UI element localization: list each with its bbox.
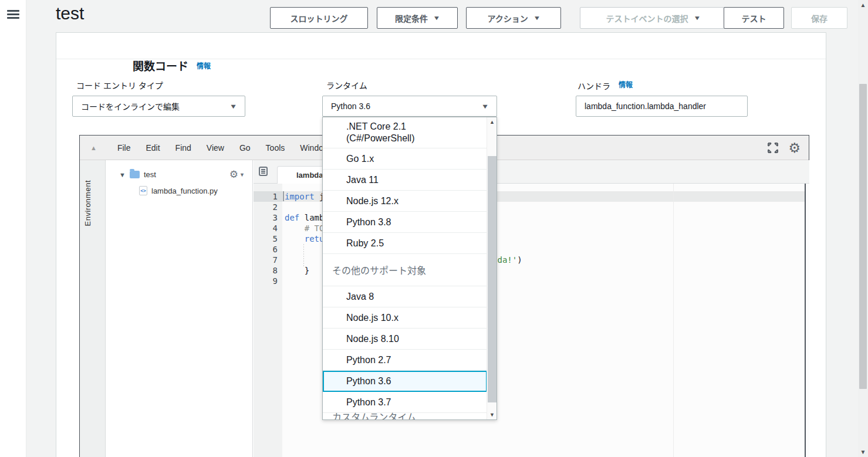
runtime-option[interactable]: Python 2.7: [323, 350, 487, 371]
save-button: 保存: [791, 7, 847, 29]
select-test-event-dropdown: テストイベントの選択▼: [580, 7, 726, 29]
editor-menu: FileEditFindViewGoToolsWindow: [110, 143, 337, 153]
chevron-down-icon: ▼: [481, 103, 489, 110]
section-title: 関数コード情報: [133, 57, 211, 73]
hamburger-menu-icon[interactable]: [7, 10, 19, 19]
throttling-button[interactable]: スロットリング: [270, 7, 368, 29]
tab-list-icon[interactable]: [258, 166, 269, 177]
page-header: test スロットリング限定条件▼アクション▼テストイベントの選択▼テスト保存: [26, 0, 858, 32]
runtime-option[interactable]: .NET Core 2.1(C#/PowerShell): [323, 117, 487, 148]
line-number: 1: [260, 191, 278, 202]
text-cursor: [283, 191, 284, 201]
runtime-group-label: その他のサポート対象: [323, 254, 487, 286]
python-file-icon: <>: [139, 186, 147, 195]
chevron-down-icon: ▼: [693, 15, 701, 21]
runtime-option[interactable]: Go 1.x: [323, 148, 487, 170]
aws-lambda-console: 関数コード情報 test スロットリング限定条件▼アクション▼テストイベントの選…: [0, 0, 868, 457]
editor-scrollbar[interactable]: [805, 184, 806, 457]
line-number: 6: [260, 244, 278, 255]
menu-file[interactable]: File: [110, 143, 139, 153]
runtime-label: ランタイム: [326, 79, 367, 91]
handler-label: ハンドラ情報: [577, 79, 633, 92]
runtime-dropdown-panel: .NET Core 2.1(C#/PowerShell)Go 1.xJava 1…: [322, 117, 497, 420]
code-line: }: [285, 265, 309, 276]
fullscreen-icon[interactable]: [767, 142, 779, 154]
collapse-menubar-icon[interactable]: ▲: [90, 144, 97, 151]
environment-rail: Environment: [80, 160, 106, 457]
page-scrollbar-thumb[interactable]: [859, 84, 867, 389]
environment-tab[interactable]: Environment: [83, 180, 92, 226]
line-number: 3: [260, 212, 278, 223]
runtime-option[interactable]: Ruby 2.5: [323, 233, 487, 254]
menu-view[interactable]: View: [199, 143, 232, 153]
menu-go[interactable]: Go: [232, 143, 258, 153]
tree-settings-gear-icon[interactable]: ⚙▼: [229, 168, 252, 181]
menu-find[interactable]: Find: [168, 143, 199, 153]
line-number: 4: [260, 223, 278, 233]
qualifiers-button[interactable]: 限定条件▼: [377, 7, 458, 29]
page-title: test: [56, 4, 84, 23]
handler-info-link[interactable]: 情報: [619, 81, 633, 89]
dropdown-scrollbar[interactable]: ▲ ▼: [487, 117, 497, 419]
print-margin-ruler: [673, 184, 674, 457]
handler-input[interactable]: lambda_function.lambda_handler: [576, 96, 748, 117]
code-entry-type-label: コード エントリ タイプ: [76, 79, 163, 91]
runtime-option[interactable]: Node.js 8.10: [323, 329, 487, 350]
file-tree: ▼ test ⚙▼ <> lambda_function.py: [106, 160, 253, 457]
scroll-up-icon[interactable]: ▲: [487, 117, 497, 127]
scroll-down-icon[interactable]: ▼: [858, 447, 868, 457]
runtime-option[interactable]: Node.js 10.x: [323, 307, 487, 329]
runtime-option[interactable]: Python 3.6: [323, 371, 487, 392]
menu-tools[interactable]: Tools: [258, 143, 293, 153]
editor-settings-gear-icon[interactable]: ⚙: [788, 142, 801, 154]
runtime-select[interactable]: Python 3.6▼: [322, 96, 497, 117]
runtime-option[interactable]: Node.js 12.x: [323, 191, 487, 212]
menu-edit[interactable]: Edit: [138, 143, 167, 153]
left-nav-rail: [0, 0, 26, 457]
line-number: 9: [260, 276, 278, 286]
code-entry-type-select[interactable]: コードをインラインで編集▼: [72, 96, 245, 117]
tree-file-row[interactable]: <> lambda_function.py: [139, 186, 218, 195]
runtime-group-label: カスタムランタイム: [323, 413, 487, 420]
dropdown-scrollbar-thumb[interactable]: [488, 156, 497, 402]
tree-expand-icon[interactable]: ▼: [119, 171, 126, 178]
page-scrollbar[interactable]: ▲ ▼: [858, 0, 868, 457]
section-divider: [56, 59, 826, 59]
chevron-down-icon: ▼: [533, 15, 541, 21]
line-number: 5: [260, 233, 278, 244]
folder-icon: [130, 171, 140, 178]
line-number: 8: [260, 265, 278, 276]
scroll-down-icon[interactable]: ▼: [487, 410, 497, 419]
line-number: 2: [260, 202, 278, 212]
actions-button[interactable]: アクション▼: [466, 7, 561, 29]
scroll-up-icon[interactable]: ▲: [858, 0, 868, 10]
line-number: 7: [260, 255, 278, 265]
test-button[interactable]: テスト: [724, 7, 784, 29]
tree-folder-row[interactable]: ▼ test ⚙▼: [119, 168, 252, 181]
section-info-link[interactable]: 情報: [197, 62, 211, 70]
runtime-option[interactable]: Java 11: [323, 170, 487, 191]
line-number-gutter: 123456789: [254, 184, 282, 457]
runtime-option[interactable]: Java 8: [323, 286, 487, 307]
chevron-down-icon: ▼: [433, 15, 441, 21]
chevron-down-icon: ▼: [229, 103, 238, 110]
runtime-option[interactable]: Python 3.8: [323, 212, 487, 233]
